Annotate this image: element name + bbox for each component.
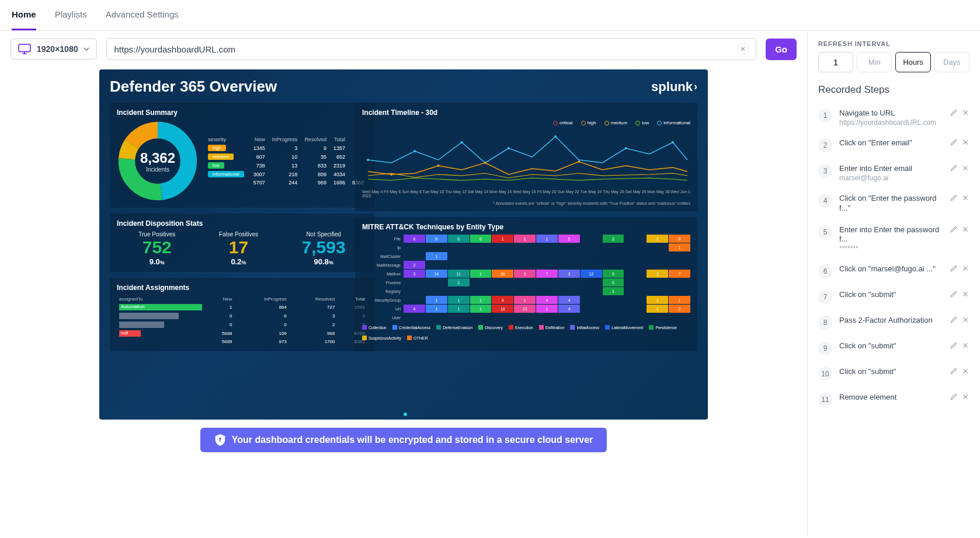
close-icon[interactable] <box>961 367 969 375</box>
step-number: 6 <box>818 264 832 278</box>
dashboard-preview: Defender 365 Overview splunk› Incident S… <box>99 69 708 420</box>
clear-url-button[interactable] <box>737 43 749 55</box>
step-title: Remove element <box>839 393 943 403</box>
recorded-steps-title: Recorded Steps <box>818 84 969 96</box>
edit-icon[interactable] <box>950 109 958 117</box>
close-icon <box>741 47 745 51</box>
panel-title: Incident Disposition Stats <box>117 219 367 228</box>
step-item[interactable]: 6 Click on "marsel@fugo.ai ..." <box>818 258 969 284</box>
step-item[interactable]: 11 Remove element <box>818 387 969 413</box>
close-icon[interactable] <box>961 316 969 324</box>
refresh-interval-label: REFRESH INTERVAL <box>818 40 969 47</box>
close-icon[interactable] <box>961 341 969 350</box>
shield-icon <box>214 434 226 446</box>
step-item[interactable]: 1 Navigate to URL https://yourdashboardU… <box>818 103 969 132</box>
chevron-down-icon <box>84 46 89 52</box>
close-icon[interactable] <box>961 290 969 298</box>
main-content: 1920×1080 Go Defender 365 Overview splun… <box>0 31 807 536</box>
security-message-text: Your dashboard credentials will be encry… <box>232 435 593 445</box>
step-subtitle: ******* <box>839 244 943 253</box>
step-subtitle: marsel@fugo.ai <box>839 174 943 182</box>
brand-text: splunk <box>651 79 693 95</box>
edit-icon[interactable] <box>950 316 958 324</box>
toolbar: 1920×1080 Go <box>11 38 797 60</box>
splunk-logo: splunk› <box>651 79 697 95</box>
edit-icon[interactable] <box>950 164 958 172</box>
unit-min-button[interactable]: Min <box>857 52 892 72</box>
step-number: 1 <box>818 109 832 123</box>
edit-icon[interactable] <box>950 225 958 233</box>
step-number: 8 <box>818 316 832 330</box>
svg-point-15 <box>437 165 439 167</box>
step-item[interactable]: 7 Click on "submit" <box>818 284 969 310</box>
step-item[interactable]: 10 Click on "submit" <box>818 361 969 387</box>
panel-assignments: Incident Assignments assignedToNewInProg… <box>110 278 374 351</box>
step-number: 9 <box>818 341 832 355</box>
panel-disposition: Incident Disposition Stats True Positive… <box>110 214 374 272</box>
step-item[interactable]: 9 Click on "submit" <box>818 336 969 361</box>
step-number: 4 <box>818 194 832 208</box>
edit-icon[interactable] <box>950 264 958 273</box>
step-item[interactable]: 3 Enter into Enter email marsel@fugo.ai <box>818 158 969 188</box>
step-title: Enter into Enter the password f... <box>839 225 943 245</box>
step-title: Enter into Enter email <box>839 164 943 174</box>
edit-icon[interactable] <box>950 290 958 298</box>
timeline-note: * Annotated events are "critical" or "hi… <box>362 201 690 205</box>
step-title: Click on "marsel@fugo.ai ..." <box>839 264 943 274</box>
svg-point-8 <box>413 150 416 152</box>
close-icon[interactable] <box>961 225 969 233</box>
panel-incident-summary: Incident Summary 8,362 Incident <box>110 103 374 208</box>
edit-icon[interactable] <box>950 341 958 350</box>
close-icon[interactable] <box>961 264 969 273</box>
edit-icon[interactable] <box>950 194 958 202</box>
panel-title: Incident Summary <box>117 109 367 117</box>
close-icon[interactable] <box>961 164 969 172</box>
donut-total-label: Incidents <box>146 166 169 173</box>
mitre-heatmap: File66661115218Ip1MailCluster1MailMessag… <box>362 235 690 322</box>
incident-donut-chart: 8,362 Incidents <box>117 120 199 202</box>
tab-home[interactable]: Home <box>12 0 36 30</box>
edit-icon[interactable] <box>950 138 958 146</box>
step-number: 2 <box>818 138 832 152</box>
step-item[interactable]: 5 Enter into Enter the password f... ***… <box>818 219 969 259</box>
url-input[interactable] <box>114 44 737 54</box>
dashboard-header: Defender 365 Overview splunk› <box>110 78 697 96</box>
svg-point-16 <box>484 162 486 164</box>
monitor-icon <box>18 44 31 54</box>
close-icon[interactable] <box>961 138 969 146</box>
sidebar: REFRESH INTERVAL Min Hours Days Recorded… <box>807 31 980 536</box>
svg-point-9 <box>461 141 463 144</box>
step-number: 7 <box>818 290 832 304</box>
step-title: Click on "submit" <box>839 341 943 351</box>
step-title: Navigate to URL <box>839 109 943 118</box>
step-title: Click on "Enter the password f..." <box>839 194 943 214</box>
edit-icon[interactable] <box>950 367 958 375</box>
step-item[interactable]: 2 Click on "Enter email" <box>818 132 969 158</box>
step-number: 10 <box>818 367 832 381</box>
go-button[interactable]: Go <box>766 39 797 60</box>
tab-playlists[interactable]: Playlists <box>55 0 87 30</box>
step-item[interactable]: 8 Pass 2-Factor Authorization <box>818 310 969 336</box>
resolution-select[interactable]: 1920×1080 <box>11 39 97 60</box>
close-icon[interactable] <box>961 393 969 401</box>
tab-advanced-settings[interactable]: Advanced Settings <box>106 0 179 30</box>
step-title: Click on "submit" <box>839 290 943 300</box>
step-number: 3 <box>818 164 832 178</box>
chevron-right-icon: › <box>694 81 697 93</box>
refresh-interval-input[interactable] <box>818 52 853 72</box>
unit-days-button[interactable]: Days <box>934 52 969 72</box>
step-item[interactable]: 4 Click on "Enter the password f..." <box>818 188 969 219</box>
panel-title: Incident Assignments <box>117 284 367 292</box>
url-input-wrapper <box>106 38 756 60</box>
panel-timeline: Incident Timeline - 30d criticalhighmedi… <box>355 103 697 211</box>
close-icon[interactable] <box>961 194 969 202</box>
timeline-year: 2022 <box>362 194 690 198</box>
panel-title: Incident Timeline - 30d <box>362 109 690 117</box>
pager-indicator <box>404 413 407 416</box>
dashboard-title: Defender 365 Overview <box>110 78 277 96</box>
step-number: 11 <box>818 393 832 407</box>
close-icon[interactable] <box>961 109 969 117</box>
svg-rect-0 <box>19 44 30 52</box>
edit-icon[interactable] <box>950 393 958 401</box>
unit-hours-button[interactable]: Hours <box>895 52 930 72</box>
